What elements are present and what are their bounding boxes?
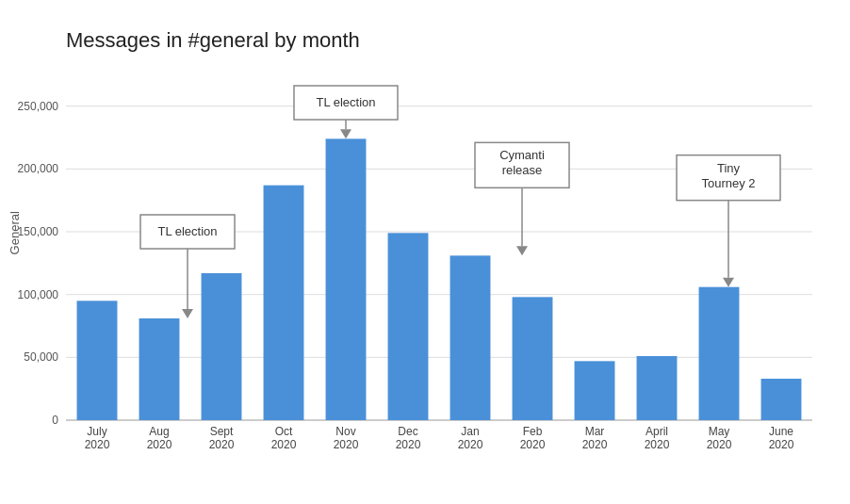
bar-label-2: Sept <box>210 425 234 438</box>
bar-6 <box>450 255 491 420</box>
svg-text:TL election: TL election <box>157 224 217 238</box>
chart-svg: 050,000100,000150,000200,000250,000July2… <box>66 72 822 467</box>
chart-title: Messages in #general by month <box>66 28 822 53</box>
svg-marker-30 <box>723 278 734 287</box>
bar-2 <box>202 273 242 420</box>
bar-label-6: 2020 <box>458 438 483 451</box>
bar-label-8: 2020 <box>582 438 608 451</box>
bar-7 <box>513 297 553 420</box>
chart-container: Messages in #general by month General 05… <box>0 0 850 504</box>
bar-label-2: 2020 <box>209 438 235 451</box>
bar-label-6: Jan <box>461 425 479 438</box>
bar-5 <box>388 233 429 420</box>
svg-text:150,000: 150,000 <box>18 225 59 238</box>
bar-label-8: Mar <box>585 425 605 438</box>
bar-label-0: July <box>87 425 106 438</box>
bar-9 <box>637 356 678 420</box>
bar-label-4: 2020 <box>334 438 359 451</box>
bar-label-5: 2020 <box>396 438 421 451</box>
bar-label-11: 2020 <box>769 438 794 451</box>
bar-label-3: Oct <box>275 425 293 438</box>
svg-text:TL election: TL election <box>316 95 375 109</box>
bar-1 <box>139 318 180 420</box>
bar-label-9: 2020 <box>645 438 670 451</box>
svg-text:Cymanti: Cymanti <box>499 148 545 162</box>
bar-label-7: Feb <box>523 425 543 438</box>
bar-label-11: June <box>769 425 793 438</box>
svg-text:Tourney 2: Tourney 2 <box>701 176 755 190</box>
svg-marker-25 <box>516 246 528 255</box>
bar-label-9: April <box>646 425 668 438</box>
bar-label-10: 2020 <box>707 438 732 451</box>
bar-label-5: Dec <box>398 425 417 438</box>
svg-text:Tiny: Tiny <box>717 161 741 175</box>
bar-8 <box>575 361 615 420</box>
bar-label-10: May <box>709 425 730 438</box>
svg-text:release: release <box>502 163 543 177</box>
bar-label-1: Aug <box>149 425 169 438</box>
bar-label-0: 2020 <box>85 438 110 451</box>
bar-label-7: 2020 <box>520 438 546 451</box>
bar-3 <box>264 186 304 420</box>
bar-label-1: 2020 <box>147 438 172 451</box>
svg-text:50,000: 50,000 <box>24 350 58 364</box>
bar-10 <box>699 287 740 420</box>
bar-11 <box>761 379 802 420</box>
svg-marker-20 <box>340 129 351 138</box>
bar-4 <box>326 138 367 420</box>
bar-label-4: Nov <box>335 425 355 438</box>
svg-text:0: 0 <box>52 414 58 427</box>
chart-area: General 050,000100,000150,000200,000250,… <box>66 72 822 467</box>
svg-text:250,000: 250,000 <box>18 100 59 113</box>
svg-marker-16 <box>182 309 193 318</box>
svg-text:200,000: 200,000 <box>18 162 59 175</box>
bar-0 <box>77 301 118 420</box>
bar-label-3: 2020 <box>271 438 297 451</box>
svg-text:100,000: 100,000 <box>18 288 59 301</box>
